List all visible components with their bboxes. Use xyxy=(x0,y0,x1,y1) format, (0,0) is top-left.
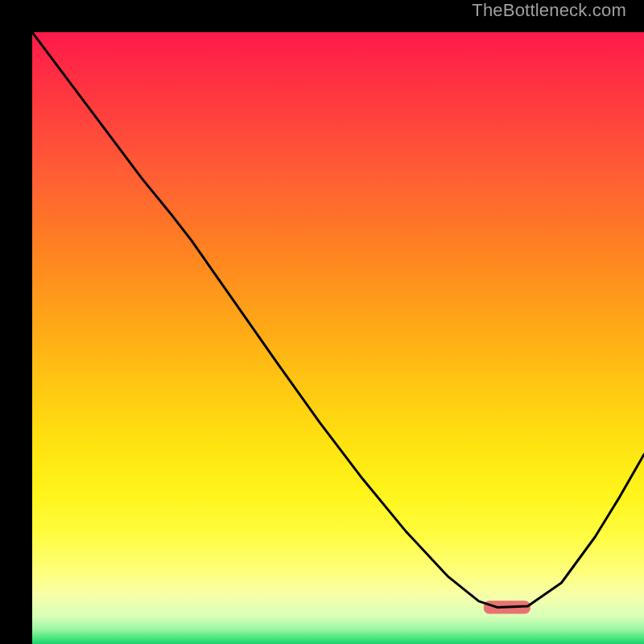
watermark-text: TheBottleneck.com xyxy=(472,0,626,21)
plot-area xyxy=(32,32,644,644)
chart-frame xyxy=(0,0,644,644)
